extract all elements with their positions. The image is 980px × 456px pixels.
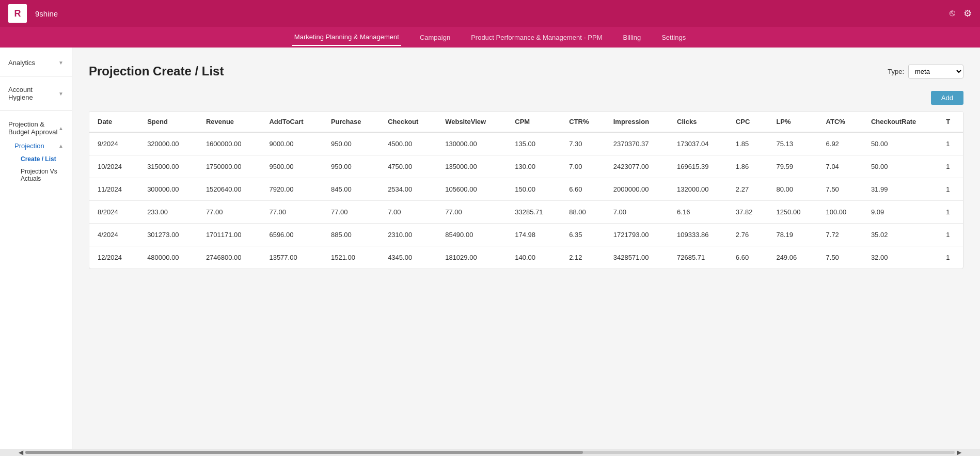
nav-item-marketing[interactable]: Marketing Planning & Management: [292, 29, 401, 46]
logout-icon[interactable]: ⎋: [950, 8, 955, 19]
table-row[interactable]: 11/2024300000.001520640.007920.00845.002…: [89, 178, 963, 201]
cell-row4-col14: 35.02: [863, 224, 938, 246]
cell-row3-col3: 77.00: [261, 201, 323, 224]
cell-row4-col12: 78.19: [768, 224, 817, 246]
scroll-left-arrow[interactable]: ◀: [17, 449, 25, 456]
cell-row0-col3: 9000.00: [261, 132, 323, 155]
cell-row1-col3: 9500.00: [261, 155, 323, 178]
sidebar-item-projection[interactable]: Projection ▲: [12, 139, 66, 153]
cell-row0-col8: 7.30: [561, 132, 605, 155]
cell-row2-col0: 11/2024: [89, 178, 139, 201]
col-ctr: CTR%: [561, 112, 605, 132]
cell-row3-col6: 77.00: [437, 201, 507, 224]
sidebar-divider-2: [0, 111, 72, 111]
cell-row0-col0: 9/2024: [89, 132, 139, 155]
table-row[interactable]: 4/2024301273.001701171.006596.00885.0023…: [89, 224, 963, 246]
cell-row0-col5: 4500.00: [380, 132, 437, 155]
cell-row2-col13: 7.50: [818, 178, 863, 201]
col-atc: ATC%: [818, 112, 863, 132]
table-row[interactable]: 9/2024320000.001600000.009000.00950.0045…: [89, 132, 963, 155]
nav-item-settings[interactable]: Settings: [659, 29, 688, 45]
sidebar-subitem-projection-vs-actuals[interactable]: Projection Vs Actuals: [19, 165, 66, 185]
content-area: Projection Create / List Type: meta goog…: [72, 48, 980, 449]
add-button[interactable]: Add: [931, 91, 963, 105]
cell-row0-col2: 1600000.00: [198, 132, 261, 155]
cell-row4-col13: 7.72: [818, 224, 863, 246]
settings-icon[interactable]: ⚙: [963, 8, 972, 19]
cell-row4-col1: 301273.00: [139, 224, 198, 246]
col-cpm: CPM: [507, 112, 561, 132]
type-select[interactable]: meta google facebook: [908, 65, 963, 78]
cell-row1-col4: 950.00: [323, 155, 380, 178]
cell-row1-col12: 79.59: [768, 155, 817, 178]
cell-row1-col5: 4750.00: [380, 155, 437, 178]
sidebar-divider-1: [0, 76, 72, 76]
sidebar-submenu-projection-items: Create / List Projection Vs Actuals: [12, 153, 66, 185]
cell-row1-col10: 169615.39: [669, 155, 728, 178]
cell-row4-col0: 4/2024: [89, 224, 139, 246]
table-row[interactable]: 8/2024233.0077.0077.0077.007.0077.003328…: [89, 201, 963, 224]
cell-row1-col8: 7.00: [561, 155, 605, 178]
nav-item-billing[interactable]: Billing: [621, 29, 643, 45]
cell-row2-col11: 2.27: [728, 178, 768, 201]
table-header-row: Date Spend Revenue AddToCart Purchase Ch…: [89, 112, 963, 132]
col-checkout: Checkout: [380, 112, 437, 132]
cell-row3-col11: 37.82: [728, 201, 768, 224]
scroll-right-arrow[interactable]: ▶: [955, 449, 963, 456]
cell-row5-col2: 2746800.00: [198, 246, 261, 269]
horizontal-scrollbar[interactable]: ◀ ▶: [0, 449, 980, 456]
cell-row4-col5: 2310.00: [380, 224, 437, 246]
cell-row5-col1: 480000.00: [139, 246, 198, 269]
data-table: Date Spend Revenue AddToCart Purchase Ch…: [89, 112, 963, 269]
cell-row2-col4: 845.00: [323, 178, 380, 201]
nav-item-campaign[interactable]: Campaign: [418, 29, 452, 45]
cell-row4-col2: 1701171.00: [198, 224, 261, 246]
cell-row3-col9: 7.00: [605, 201, 669, 224]
app-logo: R: [8, 4, 27, 23]
cell-row5-col11: 6.60: [728, 246, 768, 269]
nav-item-ppm[interactable]: Product Performance & Management - PPM: [469, 29, 604, 45]
col-purchase: Purchase: [323, 112, 380, 132]
sidebar-item-projection-budget[interactable]: Projection & Budget Approval ▲: [6, 117, 66, 139]
cell-row4-col9: 1721793.00: [605, 224, 669, 246]
sidebar-projection-label: Projection: [14, 142, 44, 150]
sidebar-section-projection-budget: Projection & Budget Approval ▲ Projectio…: [0, 113, 72, 189]
cell-row2-col15: 1: [938, 178, 963, 201]
cell-row5-col14: 32.00: [863, 246, 938, 269]
topbar: R 9shine ⎋ ⚙: [0, 0, 980, 27]
sidebar-analytics-label: Analytics: [8, 59, 35, 67]
col-impression: Impression: [605, 112, 669, 132]
cell-row3-col7: 33285.71: [507, 201, 561, 224]
table-row[interactable]: 12/2024480000.002746800.0013577.001521.0…: [89, 246, 963, 269]
sidebar-account-hygiene-label: Account Hygiene: [8, 86, 58, 101]
cell-row2-col1: 300000.00: [139, 178, 198, 201]
cell-row4-col11: 2.76: [728, 224, 768, 246]
data-table-wrapper: Date Spend Revenue AddToCart Purchase Ch…: [89, 111, 963, 269]
cell-row0-col11: 1.85: [728, 132, 768, 155]
cell-row3-col4: 77.00: [323, 201, 380, 224]
cell-row0-col7: 135.00: [507, 132, 561, 155]
table-row[interactable]: 10/2024315000.001750000.009500.00950.004…: [89, 155, 963, 178]
cell-row5-col15: 1: [938, 246, 963, 269]
sidebar-item-analytics[interactable]: Analytics ▼: [6, 56, 66, 70]
cell-row5-col12: 249.06: [768, 246, 817, 269]
col-revenue: Revenue: [198, 112, 261, 132]
projection-budget-chevron: ▲: [58, 125, 64, 131]
cell-row0-col13: 6.92: [818, 132, 863, 155]
cell-row0-col1: 320000.00: [139, 132, 198, 155]
cell-row1-col6: 135000.00: [437, 155, 507, 178]
sidebar-item-account-hygiene[interactable]: Account Hygiene ▼: [6, 83, 66, 104]
analytics-chevron: ▼: [58, 60, 64, 66]
cell-row2-col9: 2000000.00: [605, 178, 669, 201]
sidebar-subitem-create-list[interactable]: Create / List: [19, 153, 66, 165]
cell-row4-col15: 1: [938, 224, 963, 246]
cell-row1-col0: 10/2024: [89, 155, 139, 178]
type-selector: Type: meta google facebook: [888, 65, 963, 78]
cell-row3-col10: 6.16: [669, 201, 728, 224]
cell-row5-col8: 2.12: [561, 246, 605, 269]
cell-row2-col8: 6.60: [561, 178, 605, 201]
cell-row5-col6: 181029.00: [437, 246, 507, 269]
cell-row4-col10: 109333.86: [669, 224, 728, 246]
cell-row0-col15: 1: [938, 132, 963, 155]
sidebar-submenu-projection: Projection ▲ Create / List Projection Vs…: [6, 139, 66, 185]
